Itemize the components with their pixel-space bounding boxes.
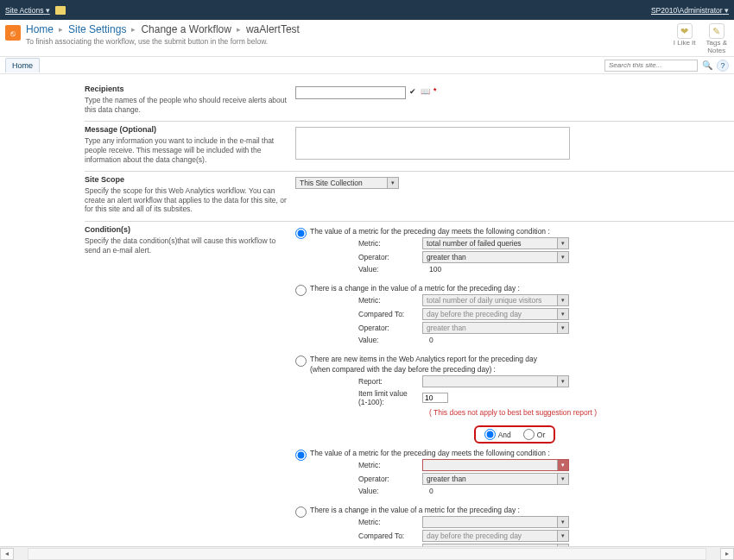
label-value: Value: (310, 336, 422, 344)
or-option[interactable]: Or (523, 429, 545, 440)
tags-notes-label: Tags & Notes (706, 39, 727, 54)
or-radio[interactable] (523, 429, 535, 440)
recipients-input[interactable] (295, 86, 406, 99)
chevron-down-icon: ▾ (557, 517, 568, 527)
chevron-down-icon: ▾ (557, 460, 568, 470)
condition-3: There are new items in the Web Analytics… (295, 355, 734, 417)
condition-1: The value of a metric for the preceding … (295, 227, 734, 275)
label-value: Value: (310, 487, 422, 495)
label-item-limit: Item limit value (1-100): (310, 389, 422, 406)
condition-4-radio[interactable] (295, 450, 307, 461)
condition-3-radio[interactable] (295, 356, 307, 367)
c3-item-limit-input[interactable] (422, 393, 448, 403)
condition-2: There is a change in the value of a metr… (295, 284, 734, 346)
c5-metric-select[interactable]: ▾ (422, 516, 569, 528)
c1-operator-select[interactable]: greater than▾ (422, 251, 569, 263)
account-menu[interactable]: SP2010\Administrator ▾ (651, 6, 729, 15)
chevron-down-icon: ▾ (557, 474, 568, 484)
horizontal-scrollbar[interactable]: ◂ ▸ (0, 546, 734, 560)
i-like-it-label: I Like It (674, 39, 696, 47)
condition-1-title: The value of a metric for the preceding … (310, 227, 734, 236)
tags-notes-icon[interactable]: ✎ (709, 23, 725, 39)
condition-4: The value of a metric for the preceding … (295, 449, 734, 497)
site-logo-icon: ⎋ (5, 25, 21, 41)
section-site-scope: Site Scope Specify the scope for this We… (85, 171, 734, 221)
chevron-down-icon: ▾ (557, 323, 568, 333)
required-indicator: * (433, 86, 436, 95)
chevron-down-icon: ▾ (557, 252, 568, 262)
section-conditions: Condition(s) Specify the data condition(… (85, 221, 734, 560)
label-value: Value: (310, 265, 422, 274)
c1-metric-select[interactable]: total number of failed queries▾ (422, 237, 569, 249)
breadcrumb-site-settings[interactable]: Site Settings (68, 23, 126, 35)
site-actions-menu[interactable]: Site Actions ▾ (5, 6, 50, 15)
scope-desc: Specify the scope for this Web Analytics… (85, 186, 290, 214)
condition-4-title: The value of a metric for the preceding … (310, 449, 734, 457)
breadcrumb-change-workflow: Change a Workflow (141, 23, 231, 35)
condition-5-title: There is a change in the value of a metr… (310, 506, 734, 514)
c2-metric-select[interactable]: total number of daily unique visitors▾ (422, 294, 569, 306)
c4-operator-select[interactable]: greater than▾ (422, 473, 569, 485)
title-area: ⎋ Home ▸ Site Settings ▸ Change a Workfl… (0, 20, 734, 57)
chevron-right-icon: ▸ (59, 25, 63, 34)
chevron-down-icon: ▾ (557, 295, 568, 305)
scroll-right-icon[interactable]: ▸ (720, 548, 734, 560)
check-names-icon[interactable]: ✔ (408, 86, 418, 97)
breadcrumb: Home ▸ Site Settings ▸ Change a Workflow… (26, 23, 300, 35)
scope-select[interactable]: This Site Collection ▾ (295, 177, 399, 189)
message-desc: Type any information you want to include… (85, 136, 290, 164)
label-metric: Metric: (310, 518, 422, 526)
c4-value: 0 (422, 487, 433, 495)
c5-compared-select[interactable]: day before the preceding day▾ (422, 530, 569, 542)
form-content: Recipients Type the names of the people … (0, 74, 734, 560)
condition-2-radio[interactable] (295, 285, 307, 296)
label-report: Report: (310, 377, 422, 386)
label-operator: Operator: (310, 253, 422, 261)
c1-value: 100 (422, 265, 441, 274)
c2-operator-select[interactable]: greater than▾ (422, 322, 569, 334)
help-icon[interactable]: ? (717, 60, 729, 72)
chevron-right-icon: ▸ (237, 25, 241, 34)
chevron-down-icon: ▾ (557, 531, 568, 541)
ribbon-bar: Site Actions ▾ SP2010\Administrator ▾ (0, 0, 734, 20)
condition-1-radio[interactable] (295, 228, 307, 239)
browse-people-icon[interactable]: 📖 (420, 86, 430, 97)
scroll-track[interactable] (28, 548, 706, 560)
search-input[interactable] (604, 60, 698, 72)
tab-home[interactable]: Home (5, 58, 40, 72)
label-metric: Metric: (310, 296, 422, 305)
c2-value: 0 (422, 336, 433, 344)
c4-metric-select[interactable]: ▾ (422, 459, 569, 471)
condition-2-title: There is a change in the value of a metr… (310, 284, 734, 293)
scroll-left-icon[interactable]: ◂ (0, 548, 14, 560)
chevron-down-icon: ▾ (387, 178, 398, 188)
label-compared-to: Compared To: (310, 310, 422, 318)
section-message: Message (Optional) Type any information … (85, 121, 734, 171)
message-title: Message (Optional) (85, 125, 290, 134)
search-icon[interactable]: 🔍 (701, 60, 713, 72)
label-metric: Metric: (310, 239, 422, 248)
nav-up-icon[interactable] (55, 6, 66, 15)
recipients-desc: Type the names of the people who should … (85, 96, 290, 114)
chevron-down-icon: ▾ (557, 238, 568, 249)
message-textarea[interactable] (295, 127, 570, 160)
condition-3-title-b: (when compared with the day before the p… (310, 365, 734, 374)
top-nav: Home 🔍 ? (0, 57, 734, 74)
section-recipients: Recipients Type the names of the people … (85, 81, 734, 121)
chevron-down-icon: ▾ (557, 376, 568, 387)
c2-compared-select[interactable]: day before the preceding day▾ (422, 308, 569, 320)
label-metric: Metric: (310, 461, 422, 469)
and-option[interactable]: And (484, 429, 511, 440)
recipients-title: Recipients (85, 85, 290, 93)
breadcrumb-current: waAlertTest (246, 23, 300, 35)
conditions-title: Condition(s) (85, 225, 290, 234)
condition-5-radio[interactable] (295, 507, 307, 518)
i-like-it-icon[interactable]: ❤ (677, 23, 693, 39)
and-radio[interactable] (484, 429, 496, 440)
c3-note: ( This does not apply to best bet sugges… (310, 408, 734, 417)
c3-report-select[interactable]: ▾ (422, 375, 569, 387)
chevron-down-icon: ▾ (557, 309, 568, 319)
chevron-right-icon: ▸ (131, 25, 136, 34)
label-operator: Operator: (310, 324, 422, 332)
breadcrumb-home[interactable]: Home (26, 23, 54, 35)
